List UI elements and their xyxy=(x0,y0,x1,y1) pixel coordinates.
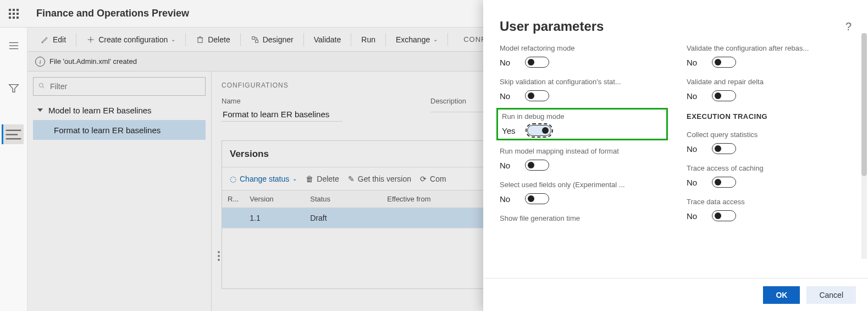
group-execution-tracing: EXECUTION TRACING xyxy=(687,112,852,121)
params-left-col: Model refactoring mode No Skip validatio… xyxy=(500,44,665,278)
toggle[interactable] xyxy=(525,57,549,68)
param-validate-repair-delta: Validate and repair delta No xyxy=(687,78,852,101)
related-pane-icon[interactable] xyxy=(2,124,24,144)
param-collect-query-stats: Collect query statistics No xyxy=(687,130,852,154)
panel-title: User parameters xyxy=(500,19,604,34)
toggle[interactable] xyxy=(525,193,549,204)
toggle[interactable] xyxy=(712,90,736,101)
toggle[interactable] xyxy=(712,57,736,68)
param-skip-validation: Skip validation at configuration's stat.… xyxy=(500,78,665,101)
app-title: Finance and Operations Preview xyxy=(36,8,189,19)
scrollbar-thumb[interactable] xyxy=(861,33,867,176)
svg-marker-5 xyxy=(9,85,18,92)
app-launcher-icon[interactable] xyxy=(0,0,27,28)
param-trace-data-access: Trace data access No xyxy=(687,198,852,221)
cancel-button[interactable]: Cancel xyxy=(806,286,856,304)
param-run-model-mapping: Run model mapping instead of format No xyxy=(500,147,665,171)
toggle[interactable] xyxy=(527,125,551,136)
left-rail xyxy=(0,28,27,311)
param-run-debug: Run in debug mode Yes xyxy=(500,111,665,137)
param-model-refactoring: Model refactoring mode No xyxy=(500,44,665,68)
params-right-col: Validate the configuration after rebas..… xyxy=(687,44,852,278)
user-parameters-panel: User parameters ? Model refactoring mode… xyxy=(483,0,868,311)
param-show-file-gen: Show file generation time xyxy=(500,214,665,222)
toggle[interactable] xyxy=(712,177,736,188)
toggle[interactable] xyxy=(525,160,549,171)
filter-icon[interactable] xyxy=(8,82,20,94)
toggle[interactable] xyxy=(712,143,736,154)
param-trace-caching: Trace access of caching No xyxy=(687,164,852,188)
toggle[interactable] xyxy=(712,210,736,221)
help-icon[interactable]: ? xyxy=(845,20,852,33)
hamburger-icon[interactable] xyxy=(8,40,20,52)
param-select-used-fields: Select used fields only (Experimental ..… xyxy=(500,181,665,204)
ok-button[interactable]: OK xyxy=(763,286,800,304)
toggle[interactable] xyxy=(525,90,549,101)
param-validate-after-rebase: Validate the configuration after rebas..… xyxy=(687,44,852,68)
